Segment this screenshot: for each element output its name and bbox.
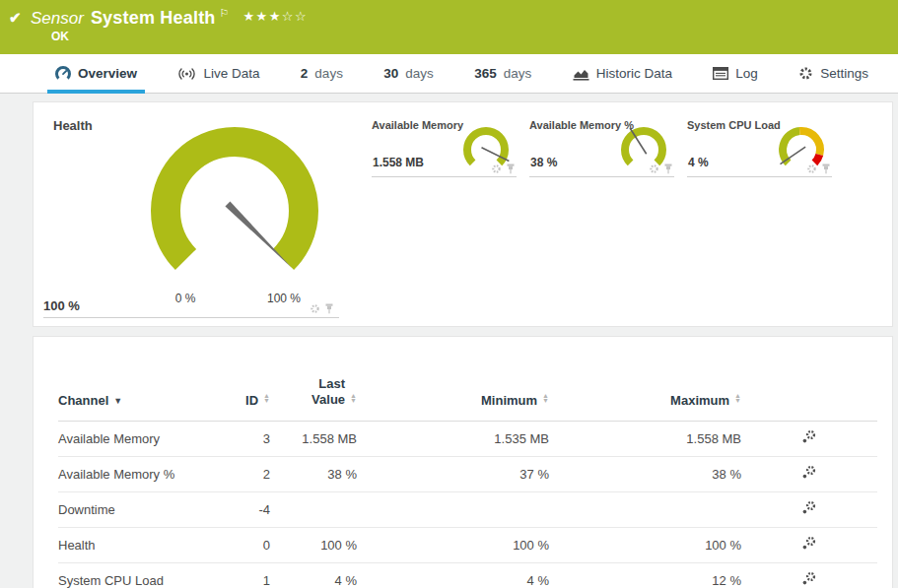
health-gauge-card[interactable]: Health 0 % 100 % 100 %	[43, 110, 339, 318]
last-value-cell: 100 %	[270, 528, 357, 563]
channel-id-cell: 0	[214, 528, 270, 563]
sort-desc-icon: ▼	[113, 396, 122, 406]
tab-label: Log	[735, 66, 758, 81]
gauge-scale-min-label: 0 %	[164, 292, 207, 305]
gauge-icon	[55, 66, 71, 82]
health-gauge	[136, 122, 333, 290]
table-row: Available Memory % 2 38 % 37 % 38 %	[58, 457, 877, 492]
channel-id-cell: 2	[214, 457, 270, 492]
status-ok-check-icon: ✔	[9, 9, 22, 27]
sort-icon: ▲▼	[734, 393, 741, 403]
gauge-pin-icon[interactable]	[506, 163, 516, 174]
chart-icon	[573, 67, 589, 81]
column-header-actions	[741, 351, 877, 422]
last-value-cell: 4 %	[270, 563, 357, 588]
column-header-channel[interactable]: Channel▼	[58, 351, 214, 422]
flag-icon: ⚐	[220, 7, 230, 19]
page-title: System Health	[91, 8, 216, 28]
tab-label: Settings	[820, 66, 868, 81]
maximum-cell: 12 %	[549, 563, 741, 588]
gauge-value: 100 %	[43, 298, 80, 313]
mini-gauge-card[interactable]: Available Memory % 38 %	[529, 112, 674, 177]
channel-name-cell: Downtime	[58, 492, 214, 528]
tab-log[interactable]: Log	[713, 54, 758, 93]
table-row: Downtime -4	[58, 492, 877, 528]
minimum-cell: 37 %	[357, 457, 549, 492]
tab-label: Historic Data	[596, 66, 672, 81]
mini-gauge-card[interactable]: System CPU Load 4 %	[687, 112, 832, 177]
sort-icon: ▲▼	[350, 393, 357, 403]
object-kind-label: Sensor	[31, 9, 84, 28]
tab-unit-label: days	[314, 66, 343, 81]
tab-365-days[interactable]: 365 days	[474, 54, 531, 93]
column-header-last-value[interactable]: Last Value▲▼	[270, 351, 357, 422]
channel-settings-icon[interactable]	[801, 429, 817, 444]
tab-bar: Overview Live Data 2 days 30 days 365 da…	[0, 54, 898, 94]
channel-name-cell: Available Memory	[58, 422, 214, 457]
maximum-cell: 38 %	[549, 457, 741, 492]
column-header-maximum[interactable]: Maximum▲▼	[549, 351, 741, 422]
sort-icon: ▲▼	[263, 393, 270, 403]
tab-label: Overview	[78, 66, 137, 81]
prtg-sensor-page: ✔ SensorSystem Health⚐★★★☆☆ OK Overview …	[0, 0, 898, 588]
gauge-settings-gear-icon[interactable]	[310, 303, 320, 314]
gauge-settings-gear-icon[interactable]	[491, 163, 502, 174]
column-header-id[interactable]: ID▲▼	[214, 351, 270, 422]
tab-unit-label: days	[405, 66, 434, 81]
mini-gauge-card[interactable]: Available Memory 1.558 MB	[372, 112, 517, 177]
maximum-cell: 100 %	[549, 528, 741, 563]
channels-table-panel: Channel▼ ID▲▼ Last Value▲▼ Minimum▲▼ Max…	[33, 336, 893, 588]
table-row: Health 0 100 % 100 % 100 %	[58, 528, 877, 563]
channel-settings-icon[interactable]	[801, 536, 817, 551]
channel-id-cell: -4	[214, 492, 270, 528]
channel-name-cell: System CPU Load	[58, 563, 214, 588]
mini-gauge-value: 38 %	[530, 156, 557, 169]
channel-name-cell: Health	[58, 528, 214, 563]
table-row: System CPU Load 1 4 % 4 % 12 %	[58, 563, 877, 588]
sort-icon: ▲▼	[542, 393, 549, 403]
last-value-cell: 38 %	[270, 457, 357, 492]
mini-gauge-strip: Available Memory 1.558 MB Available Memo…	[372, 112, 832, 326]
minimum-cell: 100 %	[357, 528, 549, 563]
gauge-pin-icon[interactable]	[821, 163, 831, 174]
content-area: Health 0 % 100 % 100 % Available Memory …	[0, 94, 898, 588]
last-value-cell: 1.558 MB	[270, 422, 357, 457]
tab-live-data[interactable]: Live Data	[177, 54, 259, 93]
column-header-minimum[interactable]: Minimum▲▼	[357, 351, 549, 422]
tab-number: 30	[383, 66, 398, 81]
channel-name-cell: Available Memory %	[58, 457, 214, 492]
maximum-cell	[549, 492, 741, 528]
channel-settings-icon[interactable]	[801, 571, 817, 586]
gear-icon	[798, 66, 813, 81]
tab-number: 2	[301, 66, 309, 81]
tab-30-days[interactable]: 30 days	[383, 54, 434, 93]
tab-label: Live Data	[203, 66, 259, 81]
maximum-cell: 1.558 MB	[549, 422, 741, 457]
mini-gauge-value: 1.558 MB	[373, 156, 424, 169]
minimum-cell: 4 %	[357, 563, 549, 588]
priority-stars[interactable]: ★★★☆☆	[242, 9, 308, 24]
gauge-settings-gear-icon[interactable]	[806, 163, 817, 174]
gauge-pin-icon[interactable]	[663, 163, 673, 174]
channel-id-cell: 3	[214, 422, 270, 457]
minimum-cell: 1.535 MB	[357, 422, 549, 457]
channel-settings-icon[interactable]	[801, 500, 817, 515]
channel-settings-icon[interactable]	[801, 465, 817, 480]
gauges-panel: Health 0 % 100 % 100 % Available Memory …	[33, 101, 893, 327]
tab-2-days[interactable]: 2 days	[301, 54, 343, 93]
gauge-settings-gear-icon[interactable]	[649, 163, 659, 174]
tab-historic-data[interactable]: Historic Data	[573, 54, 672, 93]
gauge-scale-max-label: 100 %	[262, 292, 306, 305]
tab-overview[interactable]: Overview	[55, 54, 137, 93]
gauge-pin-icon[interactable]	[324, 303, 334, 314]
table-header-row: Channel▼ ID▲▼ Last Value▲▼ Minimum▲▼ Max…	[58, 351, 877, 422]
tab-unit-label: days	[504, 66, 532, 81]
sensor-header: ✔ SensorSystem Health⚐★★★☆☆ OK	[0, 0, 898, 54]
last-value-cell	[270, 492, 357, 528]
channels-table: Channel▼ ID▲▼ Last Value▲▼ Minimum▲▼ Max…	[58, 351, 877, 588]
tab-settings[interactable]: Settings	[798, 54, 868, 93]
sensor-status-badge: OK	[0, 29, 898, 43]
minimum-cell	[357, 492, 549, 528]
tab-number: 365	[474, 66, 497, 81]
log-icon	[713, 67, 728, 80]
